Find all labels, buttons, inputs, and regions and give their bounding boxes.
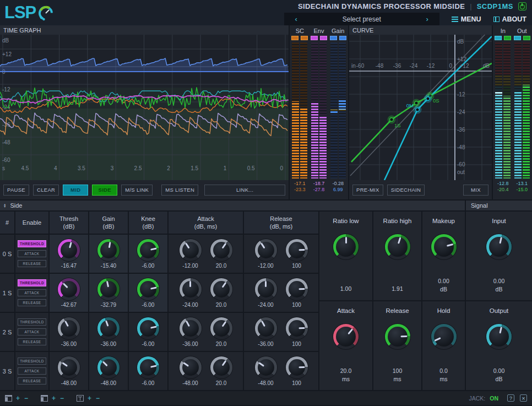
in-meter-toggle-mid[interactable] [495, 36, 502, 40]
release-level-knob-0s[interactable] [255, 239, 277, 261]
mid-toggle-button[interactable]: MID [63, 185, 88, 196]
ui-scale-minus-button[interactable]: − [59, 395, 64, 402]
sc-meter-toggle-2[interactable] [301, 36, 308, 40]
sc-meter-toggle-1[interactable] [291, 36, 298, 40]
preset-label[interactable]: Select preset [308, 15, 415, 23]
knee-knob-3s[interactable] [137, 356, 159, 378]
threshold-enable-button-2s[interactable]: THRESHOLD [18, 318, 46, 326]
threshold-enable-button-1s[interactable]: THRESHOLD [18, 279, 46, 286]
out-meter-toggle-side[interactable] [523, 36, 530, 40]
release-level-knob-3s[interactable] [255, 356, 277, 378]
release-time-knob-global[interactable] [385, 324, 410, 349]
svg-text:-24: -24 [410, 63, 418, 69]
window-scale-minus-button[interactable]: − [24, 395, 29, 402]
help-icon[interactable] [507, 394, 514, 402]
font-scale-minus-button[interactable]: − [95, 395, 100, 402]
gain-meter-toggle-1[interactable] [330, 36, 337, 40]
bypass-power-icon[interactable] [518, 2, 526, 10]
knee-knob-2s[interactable] [137, 317, 159, 339]
side-section-header[interactable]: ▲▼ Side [0, 201, 465, 210]
disconnect-icon[interactable] [520, 394, 527, 402]
release-enable-button-1s[interactable]: RELEASE [18, 299, 46, 306]
input-gain-knob[interactable] [486, 234, 512, 259]
attack-enable-button-3s[interactable]: ATTACK [18, 367, 46, 375]
attack-time-knob-2s[interactable] [210, 317, 232, 339]
gain-knob-3s[interactable] [97, 356, 120, 378]
thresh-knob-0s[interactable] [58, 239, 80, 261]
knee-knob-1s[interactable] [137, 278, 159, 300]
gain-knob-2s[interactable] [97, 317, 120, 339]
release-level-knob-2s[interactable] [255, 317, 277, 339]
window-scale-plus-button[interactable]: + [15, 395, 20, 402]
ui-scale-plus-button[interactable]: + [51, 395, 56, 402]
sc-meter-label: SC [296, 27, 304, 35]
svg-text:-48: -48 [457, 144, 465, 150]
ms-listen-button[interactable]: MS LISTEN [161, 185, 198, 196]
ratio-high-knob[interactable] [385, 234, 410, 259]
makeup-knob[interactable] [431, 234, 457, 259]
release-time-knob-1s[interactable] [286, 278, 308, 300]
band-row-id-1s: 1 S [0, 274, 14, 312]
gain-cell-1s: -32.79 [89, 274, 128, 312]
attack-enable-button-0s[interactable]: ATTACK [18, 250, 46, 257]
threshold-enable-button-0s[interactable]: THRESHOLD [18, 240, 46, 247]
preset-next-icon[interactable]: › [415, 13, 439, 25]
release-enable-button-2s[interactable]: RELEASE [18, 338, 46, 345]
release-time-knob-3s[interactable] [286, 356, 308, 378]
link-button[interactable]: LINK... [204, 185, 285, 196]
output-gain-knob[interactable] [486, 324, 512, 349]
ratio-low-knob[interactable] [333, 234, 359, 259]
knee-knob-0s[interactable] [137, 239, 159, 261]
ms-link-button[interactable]: M/S LINK [121, 185, 153, 196]
release-time-knob-0s[interactable] [286, 239, 308, 261]
attack-level-knob-2s[interactable] [180, 317, 202, 339]
gain-knob-3s-pointer [102, 361, 107, 366]
gain-meter-toggle-2[interactable] [339, 36, 346, 40]
attack-time-knob-1s[interactable] [210, 278, 232, 300]
threshold-enable-button-3s[interactable]: THRESHOLD [18, 358, 46, 365]
thresh-knob-3s[interactable] [58, 356, 80, 378]
preset-selector[interactable]: ‹ Select preset › [284, 13, 439, 25]
menu-button[interactable]: MENU [452, 15, 481, 23]
sidechain-button[interactable]: SIDECHAIN [387, 185, 425, 196]
thresh-knob-2s[interactable] [58, 317, 80, 339]
env-meter-toggle-2[interactable] [320, 36, 327, 40]
attack-level-knob-0s[interactable] [180, 239, 202, 261]
preset-prev-icon[interactable]: ‹ [284, 13, 308, 25]
attack-enable-button-2s[interactable]: ATTACK [18, 328, 46, 335]
release-level-knob-1s[interactable] [255, 278, 277, 300]
attack-time-knob-0s[interactable] [210, 239, 232, 261]
about-button[interactable]: ABOUT [493, 15, 526, 23]
status-bar: + − + − + − JACK: ON [0, 391, 532, 405]
time-graph-panel: TIME GRAPH dB+120-12-24-36-48-60s4.543.5… [0, 25, 289, 199]
mix-button[interactable]: MIX [463, 185, 488, 196]
font-scale-icon[interactable] [77, 395, 84, 402]
clear-button[interactable]: CLEAR [33, 185, 59, 196]
collapse-arrows-icon[interactable]: ▲▼ [3, 203, 6, 208]
release-enable-button-3s[interactable]: RELEASE [18, 377, 46, 385]
attack-level-knob-3s[interactable] [180, 356, 202, 378]
about-window-icon [493, 17, 500, 22]
env-meter-toggle-1[interactable] [311, 36, 318, 40]
font-scale-plus-button[interactable]: + [87, 395, 92, 402]
pre-mix-button[interactable]: PRE-MIX [352, 185, 383, 196]
input-gain-knob-cell: Input0.00dB [466, 212, 532, 300]
attack-level-knob-1s[interactable] [180, 278, 202, 300]
in-meter-toggle-side[interactable] [504, 36, 511, 40]
thresh-knob-1s[interactable] [58, 278, 80, 300]
gain-knob-2s-value: -36.00 [101, 341, 116, 347]
out-meter-toggle-mid[interactable] [514, 36, 521, 40]
hold-time-knob[interactable] [431, 324, 457, 349]
gain-knob-0s[interactable] [97, 239, 120, 261]
attack-time-knob-3s[interactable] [210, 356, 232, 378]
pause-button[interactable]: PAUSE [3, 185, 29, 196]
attack-time-knob-global[interactable] [333, 324, 359, 349]
release-enable-button-0s[interactable]: RELEASE [18, 260, 46, 267]
window-scale-icon[interactable] [5, 395, 12, 402]
ui-scale-icon[interactable] [41, 395, 48, 402]
release-time-knob-2s[interactable] [286, 317, 308, 339]
gain-knob-1s[interactable] [97, 278, 120, 300]
gain-meter-values: -0.28 6.99 [332, 181, 344, 193]
side-toggle-button[interactable]: SIDE [92, 185, 117, 196]
attack-enable-button-1s[interactable]: ATTACK [18, 289, 46, 296]
